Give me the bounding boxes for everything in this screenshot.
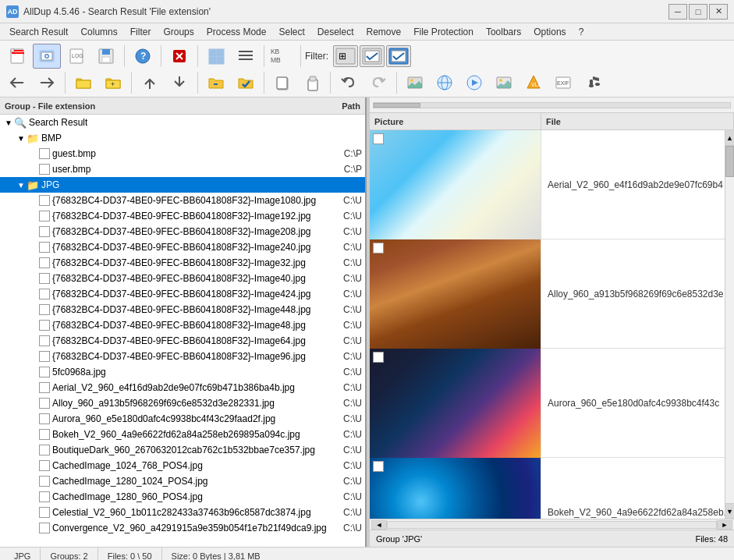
tree-item[interactable]: {76832BC4-DD37-4BE0-9FEC-BB6041808F32}-I…: [0, 333, 365, 349]
tree-item[interactable]: Alloy_960_a913b5f968269f69c6e8532d3e2823…: [0, 395, 365, 411]
menu-item-columns[interactable]: Columns: [74, 25, 123, 39]
tree-item[interactable]: {76832BC4-DD37-4BE0-9FEC-BB6041808F32}-I…: [0, 349, 365, 364]
tree-item[interactable]: ▼🔍Search Result: [0, 115, 365, 130]
tree-item[interactable]: {76832BC4-DD37-4BE0-9FEC-BB6041808F32}-I…: [0, 208, 365, 224]
toolbar-btn-log[interactable]: LOG: [62, 44, 90, 69]
tree-expand-icon[interactable]: ▼: [16, 179, 27, 190]
toolbar-btn-vlc[interactable]: VLC: [519, 70, 548, 95]
tree-checkbox[interactable]: [39, 367, 50, 377]
tree-checkbox[interactable]: [39, 320, 50, 331]
toolbar-btn-play[interactable]: [460, 70, 488, 95]
tree-item[interactable]: BoutiqueDark_960_2670632012cab762c1b532b…: [0, 442, 365, 458]
tree-checkbox[interactable]: [39, 351, 50, 362]
thumb-checkbox[interactable]: [373, 352, 384, 363]
toolbar-btn-forward[interactable]: [33, 70, 61, 95]
menu-item-select[interactable]: Select: [272, 25, 310, 39]
tree-checkbox[interactable]: [39, 289, 50, 299]
toolbar-btn-down[interactable]: [165, 70, 193, 95]
thumb-checkbox[interactable]: [373, 243, 384, 253]
right-hscroll[interactable]: ◄ ►: [370, 519, 734, 530]
thumb-checkbox[interactable]: [373, 133, 384, 144]
tree-checkbox[interactable]: [39, 335, 50, 346]
tree-item[interactable]: Convergence_V2_960_a4291915a9e359b054f1e…: [0, 520, 365, 536]
tree-checkbox[interactable]: [39, 491, 50, 502]
toolbar-btn-save[interactable]: [92, 44, 120, 69]
menu-item-filter[interactable]: Filter: [124, 25, 158, 39]
tree-item[interactable]: guest.bmpC:\P: [0, 146, 365, 161]
tree-item[interactable]: ▼📁JPG: [0, 177, 365, 193]
toolbar-btn-kb[interactable]: KBMB: [268, 44, 296, 69]
minimize-button[interactable]: ─: [668, 4, 687, 19]
filter-btn-1[interactable]: ⊞: [333, 45, 358, 67]
tree-item[interactable]: CachedImage_1280_1024_POS4.jpgC:\U: [0, 473, 365, 489]
maximize-button[interactable]: □: [689, 4, 707, 19]
toolbar-btn-new[interactable]: [3, 44, 31, 69]
hscroll-right[interactable]: ►: [717, 520, 732, 530]
tree-checkbox[interactable]: [39, 164, 50, 175]
tree-checkbox[interactable]: [39, 211, 50, 222]
tree-item[interactable]: CachedImage_1280_960_POS4.jpgC:\U: [0, 489, 365, 505]
toolbar-btn-view2[interactable]: [232, 44, 260, 69]
menu-item-process-mode[interactable]: Process Mode: [200, 25, 273, 39]
tree-checkbox[interactable]: [39, 242, 50, 253]
toolbar-btn-ie[interactable]: [431, 70, 459, 95]
tree-item[interactable]: Aerial_V2_960_e4f16d9ab2de9e07fc69b471b3…: [0, 380, 365, 395]
tree-expand-icon[interactable]: ▼: [3, 117, 14, 128]
hscroll-track-h[interactable]: [387, 521, 717, 529]
tree-item[interactable]: {76832BC4-DD37-4BE0-9FEC-BB6041808F32}-I…: [0, 317, 365, 333]
toolbar-btn-help[interactable]: ?: [129, 44, 157, 69]
tree-item[interactable]: Aurora_960_e5e180d0afc4c9938bc4f43c29faa…: [0, 411, 365, 427]
toolbar-btn-back[interactable]: [3, 70, 31, 95]
menu-item-search-result[interactable]: Search Result: [3, 25, 74, 39]
tree-checkbox[interactable]: [39, 523, 50, 533]
tree-item[interactable]: {76832BC4-DD37-4BE0-9FEC-BB6041808F32}-I…: [0, 286, 365, 302]
close-button[interactable]: ✕: [709, 4, 728, 19]
tree-checkbox[interactable]: [39, 429, 50, 440]
menu-item-remove[interactable]: Remove: [360, 25, 408, 39]
menu-item-toolbars[interactable]: Toolbars: [480, 25, 527, 39]
tree-checkbox[interactable]: [39, 398, 50, 409]
tree-item[interactable]: Bokeh_V2_960_4a9e6622fd62a84a258eb269895…: [0, 427, 365, 442]
toolbar-btn-undo[interactable]: [335, 70, 363, 95]
menu-item-options[interactable]: Options: [527, 25, 572, 39]
toolbar-btn-check[interactable]: [232, 70, 260, 95]
tree-checkbox[interactable]: [39, 148, 50, 159]
vscroll-up[interactable]: ▲: [725, 130, 734, 146]
toolbar-btn-img2[interactable]: [490, 70, 518, 95]
toolbar-btn-view1[interactable]: [202, 44, 230, 69]
tree-checkbox[interactable]: [39, 195, 50, 206]
tree-item[interactable]: {76832BC4-DD37-4BE0-9FEC-BB6041808F32}-I…: [0, 239, 365, 255]
menu-item-deselect[interactable]: Deselect: [311, 25, 360, 39]
tree-checkbox[interactable]: [39, 273, 50, 284]
tree-checkbox[interactable]: [39, 507, 50, 518]
vscroll-down[interactable]: ▼: [725, 503, 734, 519]
tree-expand-icon[interactable]: ▼: [16, 133, 27, 144]
menu-item-file-protection[interactable]: File Protection: [407, 25, 480, 39]
toolbar-btn-paste[interactable]: [298, 70, 326, 95]
tree-checkbox[interactable]: [39, 257, 50, 268]
tree-item[interactable]: Celestial_V2_960_1b011c282433a37463b96c8…: [0, 505, 365, 520]
toolbar-btn-exif[interactable]: EXIF: [549, 70, 577, 95]
tree-item[interactable]: {76832BC4-DD37-4BE0-9FEC-BB6041808F32}-I…: [0, 302, 365, 317]
hscroll-left[interactable]: ◄: [371, 520, 387, 530]
toolbar-btn-open2[interactable]: [202, 70, 230, 95]
tree-checkbox[interactable]: [39, 382, 50, 393]
tree-item[interactable]: {76832BC4-DD37-4BE0-9FEC-BB6041808F32}-I…: [0, 255, 365, 271]
tree-item[interactable]: {76832BC4-DD37-4BE0-9FEC-BB6041808F32}-I…: [0, 193, 365, 208]
toolbar-btn-open[interactable]: [33, 44, 61, 69]
tree-item[interactable]: CachedImage_1024_768_POS4.jpgC:\U: [0, 458, 365, 473]
right-vscroll[interactable]: ▲ ▼: [725, 130, 734, 519]
tree-item[interactable]: {76832BC4-DD37-4BE0-9FEC-BB6041808F32}-I…: [0, 271, 365, 286]
toolbar-btn-folder-open[interactable]: [69, 70, 98, 95]
tree-checkbox[interactable]: [39, 413, 50, 424]
toolbar-btn-audio[interactable]: [579, 70, 607, 95]
toolbar-btn-img1[interactable]: [401, 70, 429, 95]
tree-area[interactable]: ▼🔍Search Result▼📁BMPguest.bmpC:\Puser.bm…: [0, 115, 365, 547]
menu-item-groups[interactable]: Groups: [157, 25, 200, 39]
tree-item[interactable]: 5fc0968a.jpgC:\U: [0, 364, 365, 380]
tree-item[interactable]: user.bmpC:\P: [0, 161, 365, 177]
tree-checkbox[interactable]: [39, 445, 50, 455]
toolbar-btn-redo[interactable]: [364, 70, 392, 95]
toolbar-btn-folder-new[interactable]: +: [99, 70, 127, 95]
toolbar-btn-copy[interactable]: [268, 70, 296, 95]
